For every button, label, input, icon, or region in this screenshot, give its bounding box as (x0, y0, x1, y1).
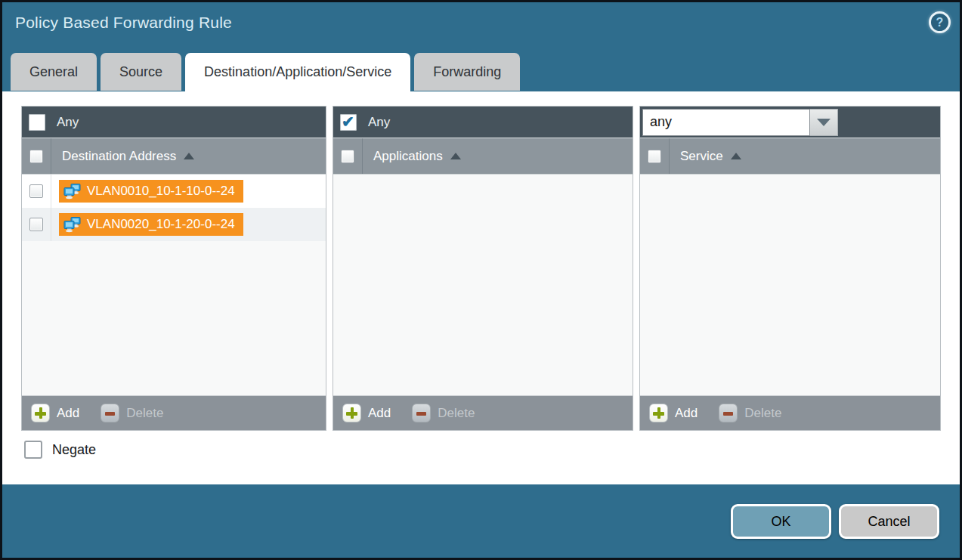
minus-icon (412, 404, 431, 422)
help-icon[interactable]: ? (929, 11, 951, 33)
sort-ascending-icon (731, 153, 741, 159)
address-object-icon (63, 217, 82, 233)
destination-list: VLAN0010_10-1-10-0--24 VLAN0020_10-1-20-… (22, 175, 326, 395)
applications-toolbar: Add Delete (333, 395, 633, 430)
address-object-chip[interactable]: VLAN0010_10-1-10-0--24 (59, 180, 243, 203)
service-type-select: any (642, 109, 838, 136)
add-button[interactable]: Add (31, 404, 79, 422)
applications-any-checkbox[interactable] (340, 114, 357, 131)
address-object-label: VLAN0010_10-1-10-0--24 (87, 184, 235, 199)
minus-icon (101, 404, 119, 422)
destination-any-checkbox[interactable] (29, 114, 45, 131)
applications-any-label: Any (368, 115, 390, 130)
plus-icon (31, 404, 50, 422)
tab-forwarding[interactable]: Forwarding (414, 53, 520, 91)
applications-column-header: Applications (333, 138, 633, 175)
service-toolbar: Add Delete (640, 395, 940, 430)
dropdown-button[interactable] (810, 109, 838, 136)
plus-icon (342, 404, 361, 422)
destination-select-all-checkbox[interactable] (29, 150, 43, 163)
tab-bar: General Source Destination/Application/S… (11, 53, 520, 91)
tab-general[interactable]: General (11, 53, 97, 91)
delete-button[interactable]: Delete (719, 404, 781, 422)
delete-button[interactable]: Delete (101, 404, 163, 422)
table-row[interactable]: VLAN0020_10-1-20-0--24 (22, 208, 326, 241)
add-button[interactable]: Add (342, 404, 391, 422)
negate-label: Negate (52, 442, 96, 458)
negate-control: Negate (24, 441, 96, 459)
applications-panel: Any Applications Add Delete (333, 106, 633, 431)
destination-panel: Any Destination Address VLA (21, 106, 326, 431)
service-panel: any Service Add Delete (639, 106, 941, 431)
destination-address-column[interactable]: Destination Address (62, 138, 194, 174)
negate-checkbox[interactable] (24, 441, 42, 459)
delete-button[interactable]: Delete (412, 404, 475, 422)
minus-icon (719, 404, 738, 422)
service-type-value[interactable]: any (642, 109, 810, 136)
tab-source[interactable]: Source (101, 53, 181, 91)
table-row[interactable]: VLAN0010_10-1-10-0--24 (22, 175, 326, 208)
row-checkbox[interactable] (29, 184, 43, 198)
chevron-down-icon (817, 119, 831, 126)
applications-any-header: Any (333, 107, 633, 138)
destination-any-label: Any (57, 115, 79, 130)
applications-select-all-checkbox[interactable] (341, 150, 354, 163)
applications-list (333, 175, 633, 395)
service-column[interactable]: Service (680, 138, 741, 174)
tab-destination-application-service[interactable]: Destination/Application/Service (185, 53, 410, 91)
sort-ascending-icon (450, 153, 461, 159)
cancel-button[interactable]: Cancel (839, 504, 939, 539)
service-dropdown-header: any (640, 107, 940, 138)
service-column-header: Service (640, 138, 940, 175)
destination-any-header: Any (22, 107, 326, 138)
service-select-all-checkbox[interactable] (648, 150, 661, 163)
service-list (640, 175, 940, 395)
row-checkbox[interactable] (29, 218, 43, 231)
ok-button[interactable]: OK (731, 504, 831, 539)
add-button[interactable]: Add (649, 404, 698, 422)
destination-toolbar: Add Delete (22, 395, 326, 430)
address-object-chip[interactable]: VLAN0020_10-1-20-0--24 (59, 213, 243, 236)
dialog-title: Policy Based Forwarding Rule (15, 14, 232, 32)
address-object-label: VLAN0020_10-1-20-0--24 (87, 217, 235, 232)
sort-ascending-icon (184, 153, 194, 159)
applications-column[interactable]: Applications (373, 138, 461, 174)
address-object-icon (63, 184, 82, 200)
destination-column-header: Destination Address (22, 138, 326, 175)
plus-icon (649, 404, 668, 422)
